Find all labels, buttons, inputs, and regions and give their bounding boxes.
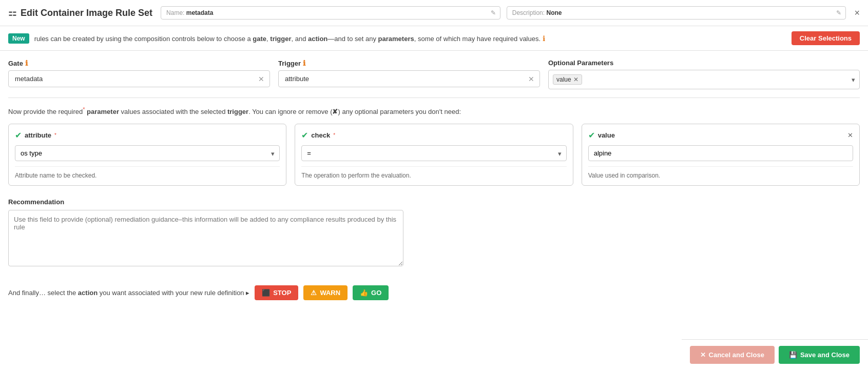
warn-button[interactable]: ⚠ WARN [303,285,348,300]
cancel-button[interactable]: ✕ Cancel and Close [690,346,775,364]
param-check-header: ✔ check * [301,130,566,140]
optional-input[interactable]: value ✕ ▾ [548,70,860,89]
recommendation-label: Recommendation [8,198,860,206]
page-title: ⚏ Edit Container Image Rule Set [8,7,152,18]
save-icon: 💾 [789,351,797,359]
trigger-group: Trigger ℹ attribute ✕ [278,59,540,87]
footer: ✕ Cancel and Close 💾 Save and Close [682,339,868,370]
value-description: Value used in comparison. [588,166,853,179]
go-button[interactable]: 👍 GO [353,285,389,300]
header: ⚏ Edit Container Image Rule Set Name: me… [0,0,868,26]
header-inputs: Name: metadata ✎ Description: None ✎ [161,6,846,20]
param-attribute-header: ✔ attribute * [15,130,280,140]
warn-icon: ⚠ [311,289,317,297]
check-select-wrap: = != > < >= <= [301,145,566,161]
divider [8,98,860,98]
attribute-check-icon: ✔ [15,130,22,140]
gate-input[interactable]: metadata ✕ [8,70,270,87]
cancel-icon: ✕ [700,351,706,359]
trigger-clear-icon[interactable]: ✕ [528,75,534,83]
info-text: rules can be created by using the compos… [34,34,786,43]
description-field[interactable]: Description: None ✎ [507,6,846,20]
param-card-value: ✔ value ✕ Value used in comparison. [582,124,860,186]
param-value-header: ✔ value ✕ [588,130,853,140]
optional-tag-remove[interactable]: ✕ [573,76,578,83]
params-row: ✔ attribute * os type os name os version… [8,124,860,186]
optional-tag: value ✕ [553,74,582,85]
recommendation-textarea[interactable] [8,210,403,266]
stop-icon: ⬛ [262,289,270,297]
name-field[interactable]: Name: metadata ✎ [161,6,500,20]
name-edit-icon[interactable]: ✎ [491,9,496,16]
attribute-required-star: * [54,132,56,138]
gate-label: Gate ℹ [8,59,270,67]
main-content: Gate ℹ metadata ✕ Trigger ℹ attribute ✕ … [0,51,868,314]
info-bar: New rules can be created by using the co… [0,26,868,51]
gate-clear-icon[interactable]: ✕ [258,75,264,83]
optional-group: Optional Parameters value ✕ ▾ [548,59,860,89]
trigger-info-icon: ℹ [303,59,305,67]
description-edit-icon[interactable]: ✎ [836,9,841,16]
check-description: The operation to perform the evaluation. [301,166,566,179]
check-check-icon: ✔ [301,130,308,140]
action-section: And finally… select the action you want … [8,280,860,305]
param-card-check: ✔ check * = != > < >= <= The operation t… [295,124,573,186]
info-icon: ℹ [543,34,545,43]
value-check-icon: ✔ [588,130,595,140]
optional-dropdown-arrow[interactable]: ▾ [852,76,855,84]
go-icon: 👍 [360,289,368,297]
instruction-text: Now provide the required* parameter valu… [8,106,860,115]
clear-selections-button[interactable]: Clear Selections [792,31,860,45]
gate-group: Gate ℹ metadata ✕ [8,59,270,87]
trigger-label: Trigger ℹ [278,59,540,67]
ruleset-icon: ⚏ [8,7,16,18]
check-required-star: * [333,132,335,138]
selectors-row: Gate ℹ metadata ✕ Trigger ℹ attribute ✕ … [8,59,860,89]
trigger-input[interactable]: attribute ✕ [278,70,540,87]
gate-info-icon: ℹ [25,59,28,67]
param-card-attribute: ✔ attribute * os type os name os version… [8,124,286,186]
attribute-description: Attribute name to be checked. [15,166,280,179]
stop-button[interactable]: ⬛ STOP [255,285,298,300]
new-badge: New [8,33,29,44]
value-remove-icon[interactable]: ✕ [847,131,853,139]
recommendation-section: Recommendation [8,198,860,268]
close-button[interactable]: × [854,8,860,18]
name-label: Name: metadata [166,9,213,16]
description-label: Description: None [512,9,562,16]
action-text: And finally… select the action you want … [8,289,249,297]
save-button[interactable]: 💾 Save and Close [779,346,860,364]
value-input[interactable] [588,145,853,161]
check-select[interactable]: = != > < >= <= [301,145,566,161]
attribute-select[interactable]: os type os name os version [15,145,280,161]
optional-label: Optional Parameters [548,59,860,67]
attribute-select-wrap: os type os name os version [15,145,280,161]
